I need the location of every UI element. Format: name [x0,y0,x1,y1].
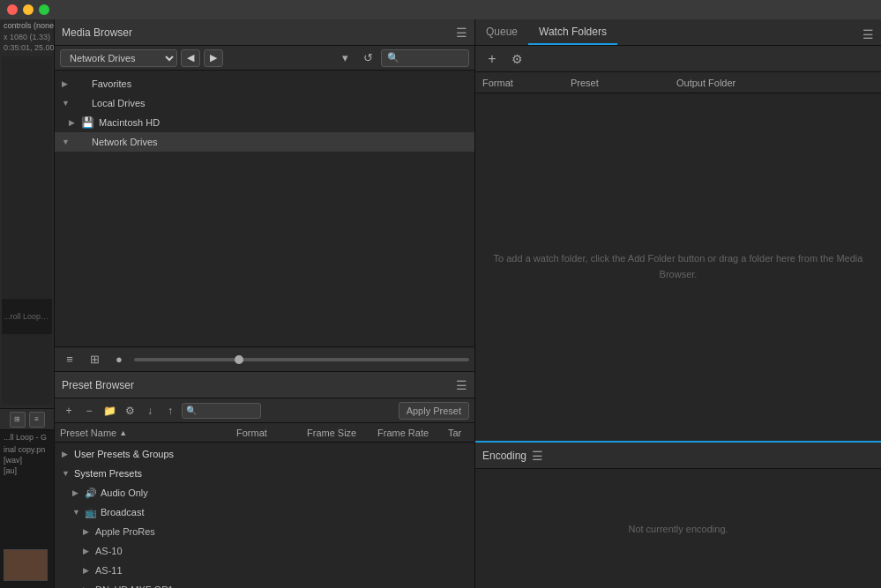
favorites-chevron: ▶ [62,79,74,88]
preset-add-button[interactable]: + [60,403,78,419]
timeline-clip-2: inal copy.pn [0,444,54,455]
watch-folders-tab[interactable]: Watch Folders [528,20,617,45]
preset-settings-button[interactable]: ⚙ [121,403,138,419]
watch-folders-menu-icon[interactable]: ☰ [855,27,881,45]
dnxhd-label: DNxHD MXF OP1a [95,584,179,588]
left-panel: controls (none) x 1080 (1.33) 0:35:01, 2… [0,19,55,588]
titlebar [0,0,881,19]
list-view-button[interactable]: ≡ [60,351,79,368]
frame-size-col-header: Frame Size [307,428,377,438]
as11-item[interactable]: ▶ AS-11 [55,561,474,580]
forward-button[interactable]: ▶ [204,49,223,67]
right-panel: Queue Watch Folders ☰ + ⚙ Format Preset … [475,19,881,588]
panel-icon-1[interactable]: ⊞ [10,412,26,428]
circle-view-button[interactable]: ● [109,351,129,368]
broadcast-icon: 📺 [85,507,97,518]
audio-only-group[interactable]: ▶ 🔊 Audio Only [55,483,474,502]
media-browser-toolbar: Network Drives Local Drives Favorites ◀ … [55,46,474,71]
encoding-title: Encoding [482,450,526,462]
user-presets-chevron: ▶ [62,450,74,458]
filter-icon[interactable]: ▾ [335,49,355,67]
network-drives-chevron: ▼ [62,138,74,146]
network-drives-label: Network Drives [92,137,158,147]
timecode-meta: 0:35:01, 25.00 [0,42,54,53]
minimize-button[interactable] [23,4,34,15]
local-drives-item[interactable]: ▼ Local Drives [55,93,474,113]
as11-label: AS-11 [95,565,123,576]
broadcast-chevron: ▼ [72,508,85,517]
search-bar[interactable]: 🔍 [381,49,469,67]
media-browser-panel: Media Browser ☰ Network Drives Local Dri… [55,19,474,372]
program-monitor-area: ...roll Loop - G [2,56,52,405]
media-browser-header: Media Browser ☰ [55,19,474,46]
watch-folders-panel: Queue Watch Folders ☰ + ⚙ Format Preset … [475,19,881,443]
preset-import-button[interactable]: ↓ [141,403,159,419]
apple-prores-label: Apple ProRes [95,526,155,537]
encoding-empty-message: Not currently encoding. [628,524,728,534]
system-presets-group[interactable]: ▼ System Presets [55,464,474,483]
broadcast-group[interactable]: ▼ 📺 Broadcast [55,502,474,522]
controls-label: controls (none) [0,19,54,32]
dnxhd-item[interactable]: ▶ DNxHD MXF OP1a [55,580,474,588]
watch-add-button[interactable]: + [482,50,502,68]
preset-browser-panel: Preset Browser ☰ + − 📁 ⚙ ↓ ↑ � [55,372,474,588]
favorites-item[interactable]: ▶ Favorites [55,74,474,93]
watch-format-col: Format [482,78,571,88]
media-browser-menu-icon[interactable]: ☰ [456,26,467,40]
watch-settings-button[interactable]: ⚙ [507,50,526,68]
macintosh-hd-item[interactable]: ▶ 💾 Macintosh HD [55,113,474,132]
thumbnail-preview [4,549,48,581]
as10-item[interactable]: ▶ AS-10 [55,541,474,561]
file-tree: ▶ Favorites ▼ Local Drives ▶ 💾 Macintosh… [55,71,474,346]
sort-indicator: ▲ [119,428,127,437]
import-icon: ↓ [147,405,153,417]
zoom-slider[interactable] [134,358,469,361]
left-panel-footer: ⊞ ≡ [0,408,54,429]
as10-chevron: ▶ [83,547,95,555]
preset-search-icon: 🔍 [186,406,197,415]
preset-column-headers: Preset Name ▲ Format Frame Size Frame Ra… [55,423,474,443]
encoding-panel: Encoding ☰ Not currently encoding. [475,443,881,588]
audio-only-icon: 🔊 [85,488,97,499]
preset-browser-title: Preset Browser [62,379,451,391]
preset-browser-header: Preset Browser ☰ [55,372,474,398]
audio-only-chevron: ▶ [72,488,85,497]
folder-icon: 📁 [103,405,116,417]
maximize-button[interactable] [39,4,49,15]
location-dropdown[interactable]: Network Drives Local Drives Favorites [60,49,177,67]
apple-prores-item[interactable]: ▶ Apple ProRes [55,522,474,541]
preset-folder-button[interactable]: 📁 [101,403,118,419]
watch-column-headers: Format Preset Output Folder [475,72,881,93]
encoding-header: Encoding ☰ [475,443,881,469]
clip-name: ...roll Loop - G [2,312,52,321]
macintosh-hd-label: Macintosh HD [99,117,160,128]
preset-search-bar[interactable]: 🔍 [182,403,261,419]
apple-prores-chevron: ▶ [83,527,95,536]
preset-tree: ▶ User Presets & Groups ▼ System Presets… [55,443,474,588]
preset-export-button[interactable]: ↑ [161,403,179,419]
timeline-clip-3: [wav] [0,455,54,465]
queue-tab[interactable]: Queue [475,20,528,45]
close-button[interactable] [7,4,18,15]
zoom-slider-thumb[interactable] [235,355,243,364]
panel-icon-2[interactable]: ≡ [29,412,45,428]
resolution-meta: x 1080 (1.33) [0,32,54,42]
format-col-header: Format [236,428,307,438]
preset-browser-menu-icon[interactable]: ☰ [456,378,467,392]
refresh-icon[interactable]: ↺ [358,49,377,67]
favorites-label: Favorites [92,78,131,89]
network-drives-item[interactable]: ▼ Network Drives [55,132,474,152]
frame-rate-col-header: Frame Rate [377,428,448,438]
preset-name-col-header: Preset Name ▲ [60,428,236,438]
encoding-menu-icon[interactable]: ☰ [532,449,543,463]
icon-view-button[interactable]: ⊞ [85,351,104,368]
macintosh-hd-chevron: ▶ [69,118,81,127]
user-presets-label: User Presets & Groups [74,449,174,459]
encoding-content: Not currently encoding. [475,469,881,588]
preset-remove-button[interactable]: − [80,403,98,419]
back-button[interactable]: ◀ [181,49,200,67]
apply-preset-button[interactable]: Apply Preset [399,402,469,420]
user-presets-group[interactable]: ▶ User Presets & Groups [55,444,474,464]
media-browser-title: Media Browser [62,26,451,39]
as11-chevron: ▶ [83,566,95,575]
